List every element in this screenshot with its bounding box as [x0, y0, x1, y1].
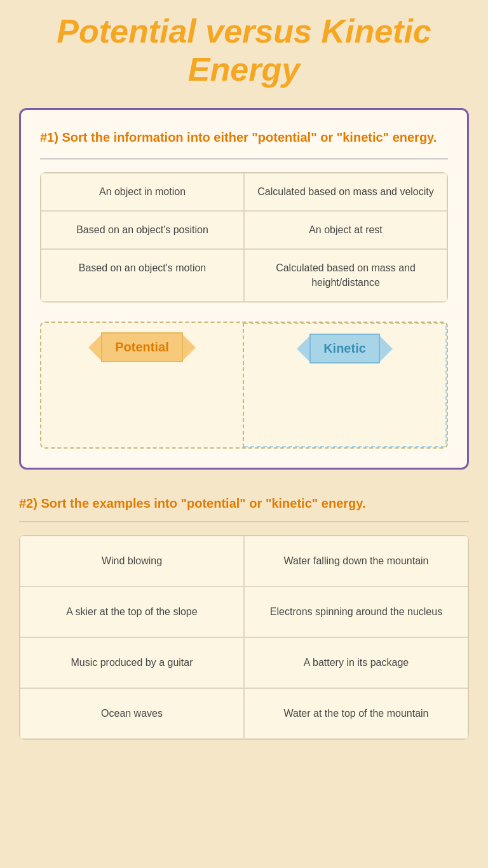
question1-heading: #1) Sort the information into either "po…: [40, 129, 448, 146]
kinetic-drop-zone[interactable]: Kinetic: [244, 323, 447, 447]
sort-item[interactable]: Calculated based on mass and velocity: [244, 173, 447, 211]
potential-ribbon-right-arrow: [183, 335, 196, 360]
kinetic-ribbon-right-arrow: [380, 336, 393, 362]
main-content-box: #1) Sort the information into either "po…: [19, 108, 469, 470]
sort-item[interactable]: Calculated based on mass and height/dist…: [244, 249, 447, 302]
potential-ribbon-left-arrow: [88, 335, 101, 360]
sorting-area[interactable]: Potential Kinetic: [40, 322, 448, 449]
table-row[interactable]: Based on an object's positionAn object a…: [41, 211, 447, 249]
sort-item[interactable]: Ocean waves: [20, 688, 244, 739]
question2-heading: #2) Sort the examples into "potential" o…: [19, 495, 469, 512]
potential-ribbon-wrapper: Potential: [88, 332, 195, 362]
sort-grid-1: An object in motionCalculated based on m…: [40, 172, 448, 303]
divider2: [19, 521, 469, 522]
table-row[interactable]: Music produced by a guitarA battery in i…: [20, 637, 468, 688]
sort-item[interactable]: Based on an object's position: [41, 211, 244, 249]
sort-grid-2: Wind blowingWater falling down the mount…: [19, 535, 469, 740]
sort-item[interactable]: An object at rest: [244, 211, 447, 249]
sort-item[interactable]: Water falling down the mountain: [244, 536, 468, 587]
sort-item[interactable]: Based on an object's motion: [41, 249, 244, 302]
kinetic-ribbon-label: Kinetic: [309, 334, 380, 363]
sort-item[interactable]: Water at the top of the mountain: [244, 688, 468, 739]
sort-item[interactable]: Electrons spinning around the nucleus: [244, 587, 468, 637]
kinetic-ribbon-left-arrow: [297, 336, 309, 362]
kinetic-ribbon-wrapper: Kinetic: [297, 334, 393, 363]
sort-item[interactable]: An object in motion: [41, 173, 244, 211]
table-row[interactable]: Wind blowingWater falling down the mount…: [20, 536, 468, 587]
potential-drop-zone[interactable]: Potential: [41, 323, 244, 447]
sort-item[interactable]: A skier at the top of the slope: [20, 587, 244, 637]
sort-item[interactable]: Music produced by a guitar: [20, 637, 244, 688]
table-row[interactable]: A skier at the top of the slopeElectrons…: [20, 587, 468, 637]
table-row[interactable]: Based on an object's motionCalculated ba…: [41, 249, 447, 302]
sort-item[interactable]: A battery in its package: [244, 637, 468, 688]
page-title: Potential versus Kinetic Energy: [38, 13, 450, 89]
sort-item[interactable]: Wind blowing: [20, 536, 244, 587]
table-row[interactable]: Ocean wavesWater at the top of the mount…: [20, 688, 468, 739]
page-header: Potential versus Kinetic Energy: [0, 0, 488, 108]
section2: #2) Sort the examples into "potential" o…: [19, 495, 469, 740]
divider1: [40, 158, 448, 159]
table-row[interactable]: An object in motionCalculated based on m…: [41, 173, 447, 211]
potential-ribbon-label: Potential: [101, 332, 182, 362]
